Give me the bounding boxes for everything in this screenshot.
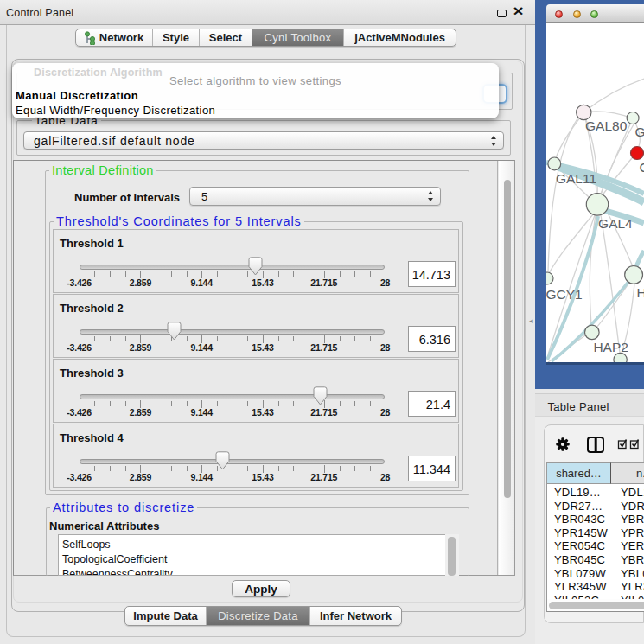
svg-text:GCY1: GCY1	[546, 287, 583, 302]
svg-text:C: C	[640, 160, 644, 175]
svg-text:H: H	[636, 285, 644, 300]
svg-text:GA: GA	[635, 124, 644, 139]
svg-text:GAL4: GAL4	[598, 216, 633, 231]
svg-text:GAL80: GAL80	[585, 118, 628, 133]
svg-text:HAP2: HAP2	[593, 340, 628, 354]
svg-text:GAL11: GAL11	[556, 171, 596, 186]
